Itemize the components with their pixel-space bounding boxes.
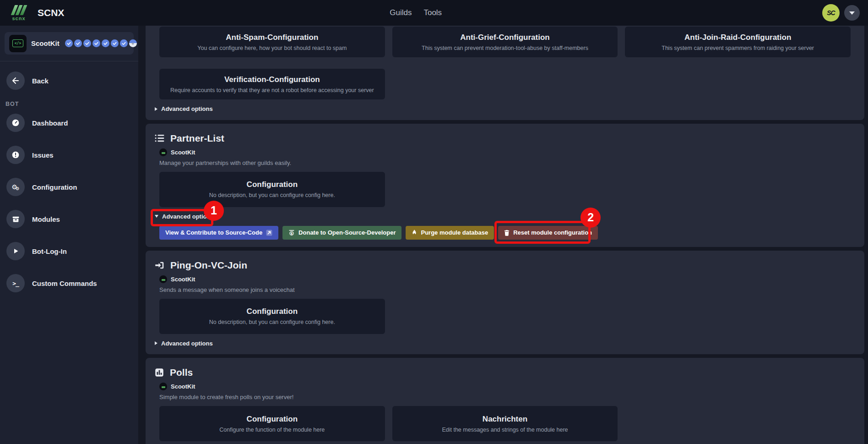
sidebar-item-dashboard[interactable]: Dashboard: [4, 110, 135, 136]
section-header: Ping-On-VC-Join: [155, 260, 855, 271]
annotation-circle-2: 2: [580, 208, 601, 228]
trash-icon: [504, 230, 510, 236]
brand-title: SCNX: [38, 7, 64, 18]
module-author: ScootKit: [159, 383, 855, 390]
donate-icon: $: [288, 230, 295, 236]
section-header: Polls: [155, 367, 855, 378]
sidebar-item-configuration[interactable]: ⚙⚙ Configuration: [4, 174, 135, 200]
back-button[interactable]: Back: [4, 68, 135, 93]
sidebar-item-label: Bot-Log-In: [32, 247, 67, 255]
guild-card[interactable]: </> ScootKit ◆: [5, 32, 134, 55]
brand[interactable]: scnx SCNX: [8, 4, 64, 22]
author-name: ScootKit: [171, 149, 195, 156]
advanced-options-label: Advanced options: [161, 340, 213, 347]
advanced-options-toggle[interactable]: Advanced options: [155, 340, 213, 347]
scootkit-avatar: [159, 275, 167, 283]
module-card-anti-join-raid[interactable]: Anti-Join-Raid-Configuration This system…: [625, 27, 851, 57]
scnx-logo-icon: scnx: [8, 4, 29, 22]
advanced-options-label: Advanced options: [162, 213, 214, 220]
verified-badge-icon: [92, 39, 100, 47]
guild-name: ScootKit: [31, 39, 60, 47]
section-title: Polls: [170, 367, 193, 378]
verified-badge-icon: [120, 39, 128, 47]
sidebar-item-label: Configuration: [32, 183, 77, 191]
section-title: Partner-List: [170, 133, 224, 144]
nav-links: Guilds Tools: [390, 8, 497, 17]
card-desc: Require accounts to verify that they are…: [167, 87, 378, 93]
main-content: Anti-Spam-Configuration You can configur…: [146, 26, 864, 444]
card-title: Anti-Join-Raid-Configuration: [632, 33, 843, 42]
list-icon: [155, 134, 164, 143]
module-card-configuration[interactable]: Configuration Configure the function of …: [159, 406, 385, 441]
reset-annotation-wrapper: 2 Reset module configuration: [498, 226, 598, 240]
box-archive-icon: [6, 210, 25, 228]
module-author: ScootKit: [159, 148, 855, 156]
reset-configuration-button[interactable]: Reset module configuration: [498, 226, 598, 240]
sidebar-item-bot-log-in[interactable]: Bot-Log-In: [4, 238, 135, 264]
advanced-options-toggle-expanded[interactable]: 1 Advanced options: [155, 213, 214, 220]
terminal-icon: >_: [6, 274, 25, 292]
arrow-left-icon: [6, 71, 25, 90]
module-card-nachrichten[interactable]: Nachrichten Edit the messages and string…: [392, 406, 618, 441]
purge-database-button[interactable]: Purge module database: [406, 226, 494, 240]
sidebar-section-label: BOT: [5, 101, 135, 107]
play-icon: [6, 242, 25, 260]
special-badge-icon: ◆: [129, 39, 137, 47]
module-card-configuration[interactable]: Configuration No description, but you ca…: [159, 172, 385, 207]
sidebar: </> ScootKit ◆ Back BOT Dashboard Issues: [0, 26, 138, 444]
author-name: ScootKit: [171, 276, 195, 283]
svg-text:$: $: [291, 231, 293, 235]
advanced-buttons-row: View & Contribute to Source-Code $ Donat…: [159, 226, 855, 240]
button-label: View & Contribute to Source-Code: [165, 229, 262, 236]
advanced-options-label: Advanced options: [161, 105, 213, 112]
gauge-icon: [6, 114, 25, 132]
verified-badge-icon: [65, 39, 73, 47]
sidebar-item-label: Modules: [32, 215, 60, 223]
module-description: Simple module to create fresh polls on y…: [159, 394, 855, 400]
caret-right-icon: [155, 107, 157, 111]
nav-link-guilds[interactable]: Guilds: [390, 8, 412, 17]
sidebar-item-modules[interactable]: Modules: [4, 206, 135, 232]
user-avatar[interactable]: SC: [822, 4, 840, 22]
module-panel-anti: Anti-Spam-Configuration You can configur…: [146, 26, 864, 120]
module-author: ScootKit: [159, 275, 855, 283]
card-desc: Configure the function of the module her…: [167, 427, 378, 433]
nav-right: SC: [822, 4, 860, 22]
chevron-down-icon: [849, 11, 855, 15]
module-card-anti-grief[interactable]: Anti-Grief-Configuration This system can…: [392, 27, 618, 57]
scootkit-avatar: [159, 148, 167, 156]
scootkit-avatar: [159, 383, 167, 390]
button-label: Purge module database: [421, 229, 488, 236]
module-card-anti-spam[interactable]: Anti-Spam-Configuration You can configur…: [159, 27, 385, 57]
scnx-logo-text: scnx: [12, 16, 25, 21]
advanced-options-toggle[interactable]: Advanced options: [155, 105, 213, 112]
exclamation-circle-icon: [6, 146, 25, 164]
section-header: Partner-List: [155, 133, 855, 144]
module-panel-ping-on-vc-join: Ping-On-VC-Join ScootKit Sends a message…: [146, 251, 864, 355]
card-desc: Edit the messages and strings of the mod…: [400, 427, 611, 433]
sidebar-divider: [0, 61, 138, 61]
module-card-configuration[interactable]: Configuration No description, but you ca…: [159, 299, 385, 334]
module-panel-partner-list: Partner-List ScootKit Manage your partne…: [146, 124, 864, 247]
card-desc: No description, but you can configure co…: [167, 192, 378, 198]
author-name: ScootKit: [171, 383, 195, 390]
donate-button[interactable]: $ Donate to Open-Source-Developer: [282, 226, 401, 240]
card-desc: No description, but you can configure co…: [167, 319, 378, 325]
source-code-button[interactable]: View & Contribute to Source-Code: [159, 226, 278, 240]
nav-link-tools[interactable]: Tools: [423, 8, 442, 17]
sidebar-item-issues[interactable]: Issues: [4, 142, 135, 168]
card-title: Verification-Configuration: [167, 75, 378, 84]
verified-badge-icon: [83, 39, 91, 47]
caret-down-icon: [155, 215, 158, 218]
sidebar-item-custom-commands[interactable]: >_ Custom Commands: [4, 270, 135, 296]
fire-icon: [412, 229, 417, 236]
caret-right-icon: [155, 341, 157, 345]
verified-badge-icon: [74, 39, 82, 47]
sidebar-item-label: Issues: [32, 151, 54, 159]
card-desc: You can configure here, how your bot sho…: [167, 45, 378, 51]
sidebar-item-label: Dashboard: [32, 119, 68, 127]
top-navbar: scnx SCNX Guilds Tools SC: [0, 0, 868, 26]
user-menu-button[interactable]: [844, 5, 860, 21]
module-card-verification[interactable]: Verification-Configuration Require accou…: [159, 69, 385, 99]
card-title: Anti-Grief-Configuration: [400, 33, 611, 42]
